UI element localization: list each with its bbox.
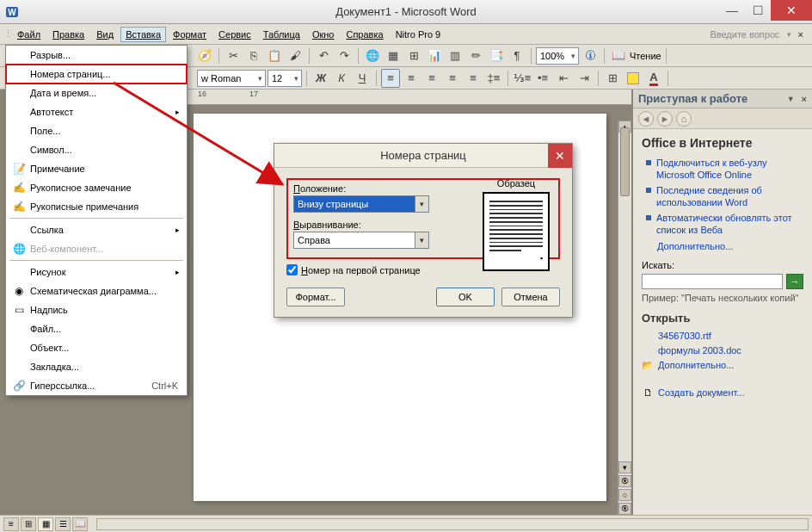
reading-view-icon[interactable]: 📖 — [609, 46, 628, 65]
borders-icon[interactable]: ⊞ — [603, 69, 622, 88]
format-button[interactable]: Формат... — [286, 288, 345, 306]
dialog-titlebar[interactable]: Номера страниц ✕ — [274, 144, 572, 168]
research-icon[interactable]: 🧭 — [195, 46, 214, 65]
taskpane-link[interactable]: Автоматически обновлять этот список из В… — [646, 212, 803, 236]
format-painter-icon[interactable]: 🖌 — [286, 46, 304, 65]
create-document[interactable]: 🗋Создать документ... — [642, 387, 803, 399]
align-center-icon[interactable]: ≡ — [402, 69, 421, 88]
bold-icon[interactable]: Ж — [311, 69, 330, 88]
show-marks-icon[interactable]: ¶ — [508, 46, 526, 65]
columns-icon[interactable]: ▥ — [446, 46, 464, 65]
scroll-down-icon[interactable]: ▾ — [618, 461, 631, 473]
menu-window[interactable]: Окно — [307, 27, 340, 42]
menu-format[interactable]: Формат — [168, 27, 212, 42]
horizontal-scrollbar[interactable] — [96, 518, 809, 530]
doc-map-icon[interactable]: 📑 — [487, 46, 506, 65]
cancel-button[interactable]: Отмена — [501, 288, 560, 306]
recent-file[interactable]: 34567030.rtf — [642, 330, 803, 342]
numbering-icon[interactable]: ⅓≡ — [513, 69, 532, 88]
toolbar-handle[interactable]: ⋮ — [3, 28, 10, 40]
menu-insert[interactable]: Вставка — [120, 27, 166, 42]
zoom-dropdown[interactable]: 100%▾ — [536, 47, 579, 65]
close-button[interactable]: ✕ — [771, 0, 812, 21]
menu-item-page-numbers[interactable]: Номера страниц... — [6, 65, 187, 84]
highlight-icon[interactable] — [624, 69, 643, 88]
menu-help[interactable]: Справка — [341, 27, 388, 42]
normal-view-icon[interactable]: ≡ — [3, 517, 19, 531]
copy-icon[interactable]: ⎘ — [244, 46, 263, 65]
menu-item-comment[interactable]: 📝Примечание — [6, 159, 187, 178]
recent-file[interactable]: формулы 2003.doc — [642, 344, 803, 356]
search-input[interactable] — [642, 274, 783, 289]
decrease-indent-icon[interactable]: ⇤ — [554, 69, 573, 88]
menu-view[interactable]: Вид — [91, 27, 119, 42]
browse-next-icon[interactable]: ⦿ — [618, 503, 631, 515]
nav-home-icon[interactable]: ⌂ — [676, 111, 692, 127]
menu-item-hyperlink[interactable]: 🔗Гиперссылка...Ctrl+K — [6, 376, 187, 395]
menu-service[interactable]: Сервис — [213, 27, 256, 42]
underline-icon[interactable]: Ч — [353, 69, 372, 88]
menu-edit[interactable]: Правка — [47, 27, 89, 42]
drawing-icon[interactable]: ✏ — [466, 46, 485, 65]
taskpane-link[interactable]: Последние сведения об использовании Word — [646, 184, 803, 208]
vertical-scrollbar[interactable]: ▴ ▾ ⦿ ○ ⦿ — [618, 121, 631, 515]
align-right-icon[interactable]: ≡ — [422, 69, 441, 88]
browse-prev-icon[interactable]: ⦿ — [618, 475, 631, 487]
dialog-close-button[interactable]: ✕ — [548, 144, 572, 168]
justify-icon[interactable]: ≡ — [443, 69, 462, 88]
menu-item-date-time[interactable]: Дата и время... — [6, 84, 187, 102]
redo-icon[interactable]: ↷ — [335, 46, 354, 65]
hyperlink-icon[interactable]: 🌐 — [363, 46, 382, 65]
taskpane-link[interactable]: Подключиться к веб-узлу Microsoft Office… — [646, 157, 803, 181]
reading-label[interactable]: Чтение — [630, 51, 661, 61]
menu-item-reference[interactable]: Ссылка▸ — [6, 220, 187, 239]
help-search-box[interactable]: Введите вопрос▾× — [710, 29, 809, 40]
align-left-icon[interactable]: ≡ — [381, 69, 400, 88]
scrollbar-thumb[interactable] — [620, 127, 630, 196]
menu-item-file[interactable]: Файл... — [6, 319, 187, 338]
position-dropdown[interactable]: Внизу страницы▾ — [293, 195, 429, 213]
maximize-button[interactable]: ☐ — [745, 0, 771, 21]
menu-table[interactable]: Таблица — [258, 27, 305, 42]
reading-view-icon[interactable]: 📖 — [72, 517, 88, 531]
font-dropdown[interactable]: w Roman▾ — [197, 70, 266, 87]
checkbox-input[interactable] — [286, 264, 298, 275]
tables-borders-icon[interactable]: ▦ — [384, 46, 403, 65]
nav-back-icon[interactable]: ◄ — [638, 111, 654, 127]
taskpane-more-link[interactable]: Дополнительно... — [657, 241, 803, 251]
increase-indent-icon[interactable]: ⇥ — [575, 69, 594, 88]
insert-table-icon[interactable]: ⊞ — [404, 46, 423, 65]
help-icon[interactable]: 🛈 — [581, 46, 600, 65]
open-more[interactable]: 📂Дополнительно... — [642, 359, 803, 371]
browse-select-icon[interactable]: ○ — [618, 489, 631, 501]
taskpane-close-icon[interactable]: × — [802, 94, 807, 104]
italic-icon[interactable]: К — [332, 69, 351, 88]
nav-forward-icon[interactable]: ► — [657, 111, 673, 127]
menu-nitro[interactable]: Nitro Pro 9 — [391, 27, 446, 42]
menu-file[interactable]: Файл — [12, 27, 46, 42]
ok-button[interactable]: OK — [436, 288, 495, 306]
font-color-icon[interactable]: A — [644, 69, 663, 88]
menu-item-textbox[interactable]: ▭Надпись — [6, 300, 187, 319]
outline-view-icon[interactable]: ☰ — [55, 517, 71, 531]
taskpane-dropdown-icon[interactable]: ▼ — [787, 95, 795, 103]
menu-item-break[interactable]: Разрыв... — [6, 46, 187, 65]
line-spacing-icon[interactable]: ‡≡ — [484, 69, 503, 88]
print-view-icon[interactable]: ▦ — [38, 517, 53, 531]
menu-item-symbol[interactable]: Символ... — [6, 140, 187, 159]
undo-icon[interactable]: ↶ — [314, 46, 333, 65]
menu-item-ink-comment[interactable]: ✍Рукописное замечание — [6, 178, 187, 197]
search-go-button[interactable]: → — [786, 274, 803, 289]
cut-icon[interactable]: ✂ — [224, 46, 243, 65]
fontsize-dropdown[interactable]: 12▾ — [268, 70, 302, 87]
excel-icon[interactable]: 📊 — [425, 46, 444, 65]
web-view-icon[interactable]: ⊞ — [21, 517, 36, 531]
menu-item-autotext[interactable]: Автотекст▸ — [6, 102, 187, 121]
bullets-icon[interactable]: •≡ — [533, 69, 552, 88]
menu-item-diagram[interactable]: ◉Схематическая диаграмма... — [6, 281, 187, 300]
menu-item-ink-notes[interactable]: ✍Рукописные примечания — [6, 197, 187, 216]
menu-item-bookmark[interactable]: Закладка... — [6, 357, 187, 376]
alignment-dropdown[interactable]: Справа▾ — [293, 232, 429, 249]
menu-item-object[interactable]: Объект... — [6, 338, 187, 357]
paste-icon[interactable]: 📋 — [265, 46, 284, 65]
